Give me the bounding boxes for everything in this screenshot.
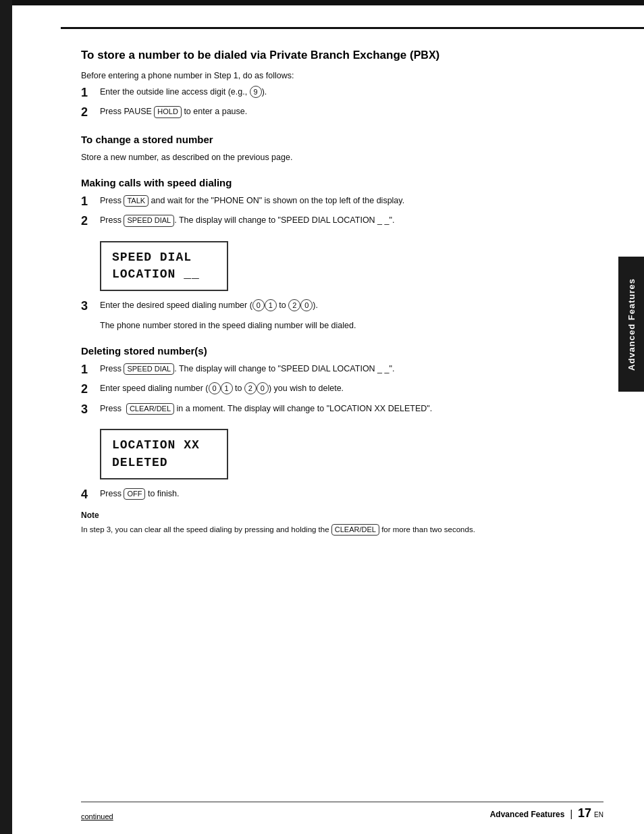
speed-dial-steps: 1 Press TALK and wait for the "PHONE ON"… [81,194,603,229]
delete-step-1: 1 Press SPEED DIAL. The display will cha… [81,363,603,377]
main-content: To store a number to be dialed via Priva… [81,34,603,793]
pbx-step-1: 1 Enter the outside line access digit (e… [81,86,603,101]
change-heading: To change a stored number [81,132,603,147]
footer-section-label: Advanced Features [490,810,565,819]
deleted-line2: DELETED [112,454,216,471]
speed-step3-continuation: The phone number stored in the speed dia… [100,319,603,332]
delete-step-num-3: 3 [81,402,100,417]
pbx-step2-text: Press PAUSE HOLD to enter a pause. [100,105,247,118]
pbx-step-2: 2 Press PAUSE HOLD to enter a pause. [81,105,603,120]
note-text: In step 3, you can clear all the speed d… [81,524,603,536]
circled-1b: 1 [221,382,233,394]
circled-2a: 2 [288,299,300,311]
footer-divider: | [570,808,572,819]
speed-step3-text: Enter the desired speed dialing number (… [100,299,318,311]
deleted-display-box: LOCATION XX DELETED [100,429,228,479]
speed-dial-button-label: SPEED DIAL [124,215,174,226]
clear-del-note-btn: CLEAR/DEL [331,524,379,536]
circled-0b: 0 [300,299,313,311]
delete-step-num-2: 2 [81,382,100,397]
section-delete: Deleting stored number(s) 1 Press SPEED … [81,344,603,536]
circled-0a: 0 [252,299,265,311]
speed-step1-text: Press TALK and wait for the "PHONE ON" i… [100,194,404,207]
left-binding [0,0,12,834]
delete-step2-text: Enter speed dialing number (01 to 20) yo… [100,382,344,394]
talk-button-label: TALK [124,195,149,207]
right-sidebar-tab: Advanced Features [618,257,644,392]
pbx-heading: To store a number to be dialed via Priva… [81,47,603,64]
circled-1a: 1 [265,299,277,311]
delete-step3-text: Press CLEAR/DEL in a moment. The display… [100,402,432,415]
pbx-steps: 1 Enter the outside line access digit (e… [81,86,603,120]
continued-label: continued [81,812,113,820]
speed-step-2: 2 Press SPEED DIAL. The display will cha… [81,214,603,229]
circled-2b: 2 [244,382,257,394]
step-number-1: 1 [81,86,100,101]
speed-dial-btn-del: SPEED DIAL [124,363,174,375]
speed-step2-text: Press SPEED DIAL. The display will chang… [100,214,394,226]
sidebar-label: Advanced Features [626,278,637,371]
top-bar [12,0,644,5]
pbx-step1-text: Enter the outside line access digit (e.g… [100,86,267,98]
speed-dial-heading: Making calls with speed dialing [81,176,603,190]
footer-page-superscript: EN [594,811,603,818]
delete-step1-text: Press SPEED DIAL. The display will chang… [100,363,394,375]
section-speed-dial: Making calls with speed dialing 1 Press … [81,176,603,332]
footer-left-area: continued [81,812,113,820]
delete-step-num-1: 1 [81,363,100,377]
page-container: Advanced Features To store a number to b… [0,0,644,834]
page-footer: continued Advanced Features | 17 EN [81,802,603,820]
delete-step-2: 2 Enter speed dialing number (01 to 20) … [81,382,603,397]
delete-step4-text: Press OFF to finish. [100,488,179,500]
speed-step-1: 1 Press TALK and wait for the "PHONE ON"… [81,194,603,209]
footer-right-area: Advanced Features | 17 EN [490,806,603,820]
pbx-intro: Before entering a phone number in Step 1… [81,70,603,82]
delete-heading: Deleting stored number(s) [81,344,603,359]
top-decoration [61,5,644,29]
section-pbx: To store a number to be dialed via Priva… [81,47,603,120]
section-change: To change a stored number Store a new nu… [81,132,603,163]
speed-step-num-3: 3 [81,299,100,314]
change-text: Store a new number, as described on the … [81,151,603,163]
speed-step-3: 3 Enter the desired speed dialing number… [81,299,603,314]
deleted-line1: LOCATION XX [112,437,216,454]
delete-step-3: 3 Press CLEAR/DEL in a moment. The displ… [81,402,603,417]
circled-9: 9 [250,86,262,98]
clear-del-btn: CLEAR/DEL [126,403,174,415]
footer-page-number: 17 [578,806,591,820]
display-line1: SPEED DIAL [112,249,216,266]
speed-step-num-1: 1 [81,194,100,209]
note-label: Note [81,510,603,521]
circled-0d: 0 [257,382,269,394]
delete-step-4: 4 Press OFF to finish. [81,488,603,502]
circled-0c: 0 [209,382,221,394]
display-line2: LOCATION __ [112,266,216,283]
hold-button-label: HOLD [154,106,182,118]
speed-dial-display-box: SPEED DIAL LOCATION __ [100,241,228,291]
speed-step-num-2: 2 [81,214,100,229]
delete-steps: 1 Press SPEED DIAL. The display will cha… [81,363,603,417]
step-number-2: 2 [81,105,100,120]
off-button-label: OFF [124,488,145,500]
delete-step-num-4: 4 [81,488,100,502]
